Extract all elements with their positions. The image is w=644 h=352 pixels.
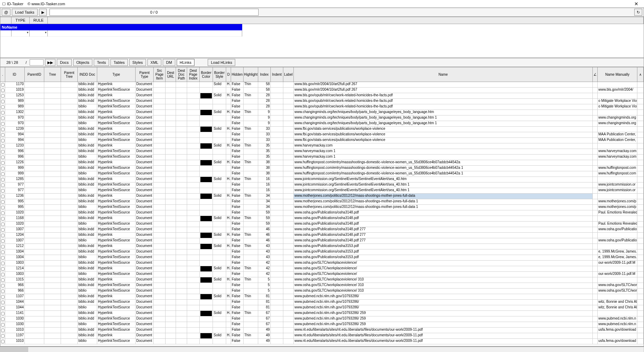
hlinks-body[interactable]: 1170biblio.inddHyperlinkDocumentSolidH..… [0, 82, 644, 346]
row-checkbox[interactable] [0, 127, 5, 132]
scroll-thumb[interactable] [0, 347, 28, 352]
row-checkbox[interactable] [0, 99, 5, 104]
row-checkbox[interactable] [0, 143, 5, 149]
row-checkbox[interactable] [0, 115, 5, 121]
dm-button[interactable]: DM [163, 59, 175, 66]
table-row[interactable]: 1236biblio.inddHyperlinkDocumentSolidH..… [0, 194, 644, 199]
row-checkbox[interactable] [0, 177, 5, 182]
row-checkbox[interactable] [0, 244, 5, 249]
row-checkbox[interactable] [0, 266, 5, 271]
row-checkbox[interactable] [0, 88, 5, 93]
noname-row[interactable]: NoName [0, 24, 242, 30]
col-label[interactable]: Label [283, 67, 294, 82]
table-row[interactable]: 1107biblio.inddHyperlinkDocumentSolidH..… [0, 294, 644, 300]
table-row[interactable]: 995biblio.inddHyperlinkTextSourceDocumen… [0, 199, 644, 205]
table-row[interactable]: 1003biblioHyperlinkTextSourceDocumentFal… [0, 272, 644, 277]
row-checkbox[interactable] [0, 277, 5, 283]
col-destpageindex[interactable]: Dest Page Index [187, 67, 200, 82]
table-row[interactable]: 1233biblio.inddHyperlinkDocumentSolidH..… [0, 143, 644, 149]
table-row[interactable]: 1044biblio.inddHyperlinkTextSourceDocume… [0, 300, 644, 305]
table-row[interactable]: 996biblioHyperlinkTextSourceDocumentFals… [0, 155, 644, 160]
col-parentid[interactable]: ParentID [25, 67, 44, 82]
table-row[interactable]: 994biblio.inddHyperlinkTextSourceDocumen… [0, 132, 644, 138]
at-button[interactable]: @ [2, 9, 10, 16]
table-row[interactable]: 977biblioHyperlinkTextSourceDocumentFals… [0, 188, 644, 194]
texts-button[interactable]: Texts [94, 59, 109, 66]
col-bordercolor[interactable]: Border Color [200, 67, 213, 82]
row-checkbox[interactable] [0, 222, 5, 227]
row-checkbox[interactable] [0, 305, 5, 310]
load-tasks-button[interactable]: Load Tasks [12, 9, 37, 16]
table-row[interactable]: 1003biblio.inddHyperlinkTextSourceDocume… [0, 261, 644, 266]
col-scroll-icon[interactable]: ∧ [637, 67, 644, 82]
table-row[interactable]: 1019biblio.inddHyperlinkTextSourceDocume… [0, 88, 644, 93]
col-parenttree[interactable]: Parent Tree [61, 67, 78, 82]
table-row[interactable]: 1170biblio.inddHyperlinkDocumentSolidH..… [0, 82, 644, 88]
hlinks-button[interactable]: HLinks [177, 59, 195, 66]
grid1-col-type[interactable]: TYPE [12, 17, 30, 24]
row-checkbox[interactable] [0, 333, 5, 338]
row-checkbox[interactable] [0, 138, 5, 143]
styles-button[interactable]: Styles [129, 59, 146, 66]
row-checkbox[interactable] [0, 289, 5, 294]
table-row[interactable]: 989biblioHyperlinkTextSourceDocumentFals… [0, 104, 644, 110]
table-row[interactable]: 977biblio.inddHyperlinkTextSourceDocumen… [0, 182, 644, 188]
table-row[interactable]: 1030biblioHyperlinkTextSourceDocumentFal… [0, 322, 644, 328]
table-row[interactable]: 1253biblio.inddHyperlinkDocumentSolidH..… [0, 93, 644, 99]
col-id[interactable]: ID [5, 67, 25, 82]
col-check[interactable]: . [0, 67, 5, 82]
type-dropdown[interactable] [12, 30, 30, 37]
row-checkbox[interactable] [0, 328, 5, 333]
table-row[interactable]: 1214biblio.inddHyperlinkDocumentSolidH..… [0, 266, 644, 272]
table-row[interactable]: 1010biblioHyperlinkTextSourceDocumentFal… [0, 339, 644, 344]
col-indddoc[interactable]: INDD Doc [78, 67, 97, 82]
col-parenttype[interactable]: Parent Type [136, 67, 154, 82]
xml-button[interactable]: XML [147, 59, 162, 66]
row-checkbox[interactable] [0, 199, 5, 204]
row2-blank[interactable] [0, 30, 12, 37]
table-row[interactable]: 1239biblio.inddHyperlinkDocumentSolidH..… [0, 127, 644, 132]
col-name[interactable]: Name [294, 67, 593, 82]
refresh-button[interactable]: ↻ [634, 9, 642, 16]
col-destdocpath[interactable]: Dest Doc Path [176, 67, 187, 82]
table-row[interactable]: 1020biblioHyperlinkTextSourceDocumentFal… [0, 222, 644, 227]
row-checkbox[interactable] [0, 160, 5, 165]
bottom-scrollbar[interactable] [0, 346, 644, 352]
row-checkbox[interactable] [0, 132, 5, 137]
page-input[interactable] [30, 59, 44, 66]
table-row[interactable]: 1007biblio.inddHyperlinkTextSourceDocume… [0, 227, 644, 233]
row-checkbox[interactable] [0, 294, 5, 299]
table-row[interactable]: 994biblioHyperlinkTextSourceDocumentFals… [0, 138, 644, 143]
col-srcpageitem[interactable]: Src Page Item [154, 67, 166, 82]
row-checkbox[interactable] [0, 210, 5, 216]
row-checkbox[interactable] [0, 155, 5, 160]
row-checkbox[interactable] [0, 205, 5, 210]
row-checkbox[interactable] [0, 300, 5, 305]
row-checkbox[interactable] [0, 316, 5, 322]
table-row[interactable]: 999biblioHyperlinkTextSourceDocumentFals… [0, 171, 644, 177]
table-row[interactable]: 966biblioHyperlinkTextSourceDocumentFals… [0, 289, 644, 294]
table-row[interactable]: 1007biblioHyperlinkTextSourceDocumentFal… [0, 238, 644, 244]
row-checkbox[interactable] [0, 110, 5, 115]
table-row[interactable]: 1302biblio.inddHyperlinkDocumentSolidH..… [0, 110, 644, 115]
row-checkbox[interactable] [0, 149, 5, 154]
row-checkbox[interactable] [0, 82, 5, 87]
table-row[interactable]: 1197biblio.inddHyperlinkDocumentSolidH..… [0, 333, 644, 339]
row-checkbox[interactable] [0, 283, 5, 288]
row-checkbox[interactable] [0, 121, 5, 126]
table-row[interactable]: 1204biblio.inddHyperlinkDocumentSolidH..… [0, 233, 644, 238]
row-checkbox[interactable] [0, 322, 5, 327]
col-sort-icon[interactable]: ∠ [593, 67, 598, 82]
col-hidden[interactable]: Hidden [231, 67, 244, 82]
row-checkbox[interactable] [0, 238, 5, 244]
row-checkbox[interactable] [0, 233, 5, 238]
table-row[interactable]: 1010biblio.inddHyperlinkTextSourceDocume… [0, 328, 644, 333]
play-button[interactable]: ▶ [39, 9, 47, 16]
table-row[interactable]: 1004biblio.inddHyperlinkTextSourceDocume… [0, 249, 644, 255]
col-borderstyle[interactable]: Border Style [213, 67, 226, 82]
col-tree[interactable]: Tree [44, 67, 61, 82]
table-row[interactable]: 1285biblio.inddHyperlinkDocumentSolidH..… [0, 177, 644, 182]
table-row[interactable]: 1212biblio.inddHyperlinkDocumentSolidH..… [0, 244, 644, 249]
row-checkbox[interactable] [0, 93, 5, 98]
table-row[interactable]: 1030biblio.inddHyperlinkTextSourceDocume… [0, 316, 644, 322]
